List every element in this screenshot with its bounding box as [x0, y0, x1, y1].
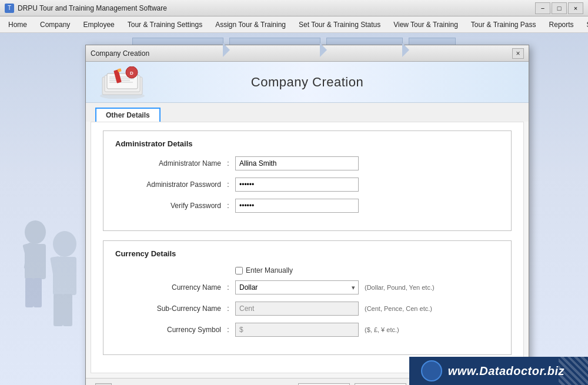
- currency-symbol-input[interactable]: [235, 323, 359, 337]
- logo-book-icon: D: [98, 66, 148, 99]
- watermark-text: www.Datadoctor.biz: [448, 364, 564, 378]
- close-button[interactable]: ×: [568, 2, 583, 14]
- admin-name-input[interactable]: [235, 156, 359, 170]
- enter-manually-checkbox[interactable]: [235, 267, 243, 274]
- enter-manually-label[interactable]: Enter Manually: [235, 266, 293, 274]
- admin-password-colon: :: [221, 180, 235, 189]
- verify-password-label: Verify Password: [115, 202, 221, 210]
- sub-currency-row: Sub-Currency Name : (Cent, Pence, Cen et…: [115, 302, 499, 316]
- minimize-button[interactable]: −: [535, 2, 550, 14]
- maximize-button[interactable]: □: [552, 2, 567, 14]
- title-bar-left: T DRPU Tour and Training Management Soft…: [5, 4, 167, 13]
- admin-password-row: Administrator Password :: [115, 178, 499, 192]
- admin-name-colon: :: [221, 159, 235, 168]
- watermark-slashes: [559, 357, 588, 385]
- currency-section-title: Currency Details: [115, 249, 499, 258]
- admin-name-label: Administrator Name: [115, 159, 221, 168]
- dialog-close-button[interactable]: ×: [512, 48, 524, 59]
- admin-name-row: Administrator Name :: [115, 156, 499, 170]
- sub-currency-colon: :: [221, 304, 235, 313]
- menu-item-employee[interactable]: Employee: [77, 19, 120, 31]
- svg-point-6: [53, 231, 76, 257]
- currency-name-row: Currency Name : Dollar Pound Yen Euro Ru…: [115, 280, 499, 294]
- title-bar: T DRPU Tour and Training Management Soft…: [0, 0, 588, 16]
- menu-item-assign-tour---training[interactable]: Assign Tour & Training: [209, 19, 292, 31]
- svg-rect-10: [54, 294, 63, 326]
- menu-item-set-tour---training-status[interactable]: Set Tour & Training Status: [293, 19, 386, 31]
- dialog-title-text: Company Creation: [91, 49, 149, 58]
- menu-item-settings[interactable]: Settings: [581, 19, 588, 31]
- app-title: DRPU Tour and Training Management Softwa…: [18, 4, 167, 12]
- dialog-header: D Company Creation: [86, 62, 529, 103]
- svg-point-0: [25, 220, 46, 244]
- svg-rect-4: [25, 278, 34, 307]
- verify-password-colon: :: [221, 202, 235, 210]
- tab-other-details[interactable]: Other Details: [95, 108, 161, 122]
- dialog-tabs: Other Details: [86, 103, 529, 122]
- dialog-title-bar: Company Creation ×: [86, 45, 529, 62]
- sub-currency-input[interactable]: [235, 302, 359, 316]
- app-background: Assign Tour & Training View Tour & Train…: [0, 33, 588, 385]
- menu-item-view-tour---training[interactable]: View Tour & Training: [387, 19, 464, 31]
- currency-name-colon: :: [221, 283, 235, 292]
- admin-details-section: Administrator Details Administrator Name…: [103, 130, 512, 231]
- currency-details-section: Currency Details Enter Manually Currency…: [103, 240, 512, 355]
- verify-password-row: Verify Password :: [115, 199, 499, 213]
- menu-item-tour---training-pass[interactable]: Tour & Training Pass: [465, 19, 542, 31]
- currency-symbol-colon: :: [221, 326, 235, 334]
- currency-name-select[interactable]: Dollar Pound Yen Euro Rupee: [235, 280, 359, 294]
- dialog: Company Creation ×: [85, 45, 529, 385]
- currency-symbol-row: Currency Symbol : ($, £, ¥ etc.): [115, 323, 499, 337]
- dialog-main-title: Company Creation: [251, 75, 363, 90]
- verify-password-input[interactable]: [235, 199, 359, 213]
- window-controls: − □ ×: [535, 2, 583, 14]
- menu-item-home[interactable]: Home: [2, 19, 33, 31]
- sub-currency-hint: (Cent, Pence, Cen etc.): [365, 305, 432, 312]
- dialog-logo: D: [98, 66, 148, 101]
- currency-name-select-wrapper: Dollar Pound Yen Euro Rupee: [235, 280, 359, 294]
- dialog-body: Administrator Details Administrator Name…: [91, 122, 524, 373]
- watermark: www.Datadoctor.biz: [409, 357, 588, 385]
- app-icon: T: [5, 4, 14, 13]
- currency-name-label: Currency Name: [115, 283, 221, 292]
- menu-item-company[interactable]: Company: [34, 19, 76, 31]
- sub-currency-label: Sub-Currency Name: [115, 304, 221, 313]
- watermark-circle: [421, 360, 442, 381]
- currency-symbol-label: Currency Symbol: [115, 326, 221, 334]
- svg-rect-21: [118, 68, 122, 72]
- currency-name-hint: (Dollar, Pound, Yen etc.): [365, 284, 435, 291]
- admin-password-label: Administrator Password: [115, 180, 221, 189]
- enter-manually-row: Enter Manually: [235, 266, 499, 274]
- svg-rect-5: [34, 278, 42, 307]
- currency-symbol-hint: ($, £, ¥ etc.): [365, 326, 399, 333]
- svg-text:D: D: [130, 71, 133, 76]
- admin-section-title: Administrator Details: [115, 139, 499, 148]
- menu-item-reports[interactable]: Reports: [543, 19, 580, 31]
- menu-item-tour---training-settings[interactable]: Tour & Training Settings: [122, 19, 208, 31]
- svg-rect-11: [63, 294, 72, 326]
- menu-bar: HomeCompanyEmployeeTour & Training Setti…: [0, 16, 588, 33]
- admin-password-input[interactable]: [235, 178, 359, 192]
